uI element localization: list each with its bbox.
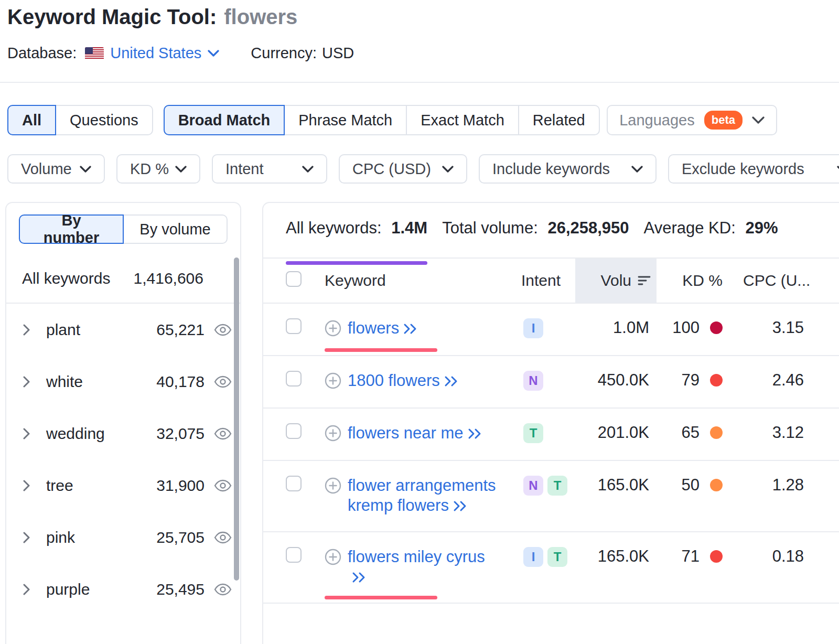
kd-filter[interactable]: KD % (116, 154, 200, 184)
row-checkbox[interactable] (286, 547, 302, 563)
volume-filter-label: Volume (21, 160, 72, 178)
row-checkbox[interactable] (286, 423, 302, 439)
kd-value: 65 (682, 423, 700, 442)
keyword-link[interactable]: flowers near me (348, 424, 464, 442)
keyword-link[interactable]: flowers (348, 319, 399, 337)
sort-descending-icon (638, 275, 651, 286)
eye-icon[interactable] (214, 583, 232, 596)
tab-exact-match[interactable]: Exact Match (406, 105, 519, 135)
kd-value: 71 (682, 547, 700, 566)
cpc-value: 2.46 (730, 356, 839, 407)
sidebar-group-row[interactable]: white 40,178 (6, 356, 240, 407)
row-checkbox[interactable] (286, 318, 302, 334)
tab-broad-match[interactable]: Broad Match (164, 105, 285, 135)
intent-filter[interactable]: Intent (212, 154, 327, 184)
keyword-link[interactable]: flowers miley cyrus (348, 548, 485, 566)
group-label: wedding (46, 425, 156, 443)
tab-questions[interactable]: Questions (55, 105, 153, 135)
chevron-down-icon (752, 116, 765, 124)
tool-title: Keyword Magic Tool: (7, 5, 217, 28)
sidebar-all-keywords-row[interactable]: All keywords 1,416,606 (6, 254, 240, 304)
tab-all[interactable]: All (7, 105, 56, 135)
kd-value: 50 (682, 476, 700, 495)
results-panel: All keywords: 1.4M Total volume: 26,258,… (262, 202, 839, 644)
total-volume-label: Total volume: (442, 219, 538, 237)
double-chevron-icon[interactable] (352, 568, 367, 588)
sidebar-group-row[interactable]: wedding 32,075 (6, 407, 240, 459)
intent-badge-t: T (523, 423, 543, 443)
sidebar-group-row[interactable]: tree 31,900 (6, 459, 240, 511)
database-value: United States (110, 45, 201, 62)
database-selector[interactable]: United States (110, 45, 219, 62)
add-keyword-icon[interactable] (325, 477, 341, 494)
row-checkbox-cell (263, 304, 325, 355)
languages-dropdown[interactable]: Languages beta (607, 105, 777, 135)
filter-row: Volume KD % Intent CPC (USD) Include key… (7, 154, 839, 184)
sidebar-group-list: plant 65,221 white 40,178 wedding 32,075… (6, 304, 240, 615)
chevron-right-icon (23, 324, 36, 336)
intent-badge-i: I (523, 547, 543, 567)
tab-related[interactable]: Related (518, 105, 600, 135)
total-volume-value: 26,258,950 (547, 219, 629, 237)
keyword-link[interactable]: 1800 flowers (348, 371, 440, 390)
content-area: By number By volume All keywords 1,416,6… (0, 202, 839, 644)
sidebar-scrollbar[interactable] (234, 257, 239, 581)
volume-filter[interactable]: Volume (7, 154, 105, 184)
table-row: flowers miley cyrus IT 165.0K 71 0.18 (263, 532, 839, 604)
table-row: flower arrangements kremp flowers NT 165… (263, 461, 839, 532)
chevron-down-icon (442, 166, 454, 173)
chevron-right-icon (23, 480, 36, 491)
header-divider (0, 82, 839, 83)
exclude-keywords-filter[interactable]: Exclude keywords (668, 154, 839, 184)
group-label: white (46, 373, 156, 391)
double-chevron-icon[interactable] (468, 424, 482, 444)
row-checkbox[interactable] (286, 476, 302, 491)
sidebar-group-row[interactable]: pink 25,705 (6, 511, 240, 563)
volume-column-header[interactable]: Volu (575, 259, 657, 303)
eye-icon[interactable] (214, 479, 232, 492)
sidebar-group-row[interactable]: purple 25,495 (6, 563, 240, 615)
add-keyword-icon[interactable] (325, 372, 341, 389)
intent-badges: NT (521, 461, 575, 531)
volume-value: 165.0K (575, 532, 657, 603)
all-questions-group: All Questions (7, 105, 153, 135)
add-keyword-icon[interactable] (325, 320, 341, 337)
eye-icon[interactable] (214, 324, 232, 336)
kd-dot (710, 550, 723, 563)
sidebar-group-row[interactable]: plant 65,221 (6, 304, 240, 356)
keyword-link[interactable]: flower arrangements kremp flowers (348, 476, 496, 514)
double-chevron-icon[interactable] (453, 497, 468, 517)
cpc-value: 1.28 (730, 461, 839, 531)
us-flag-icon (85, 47, 104, 60)
eye-icon[interactable] (214, 427, 232, 440)
row-checkbox[interactable] (286, 371, 302, 387)
keyword-column-header: Keyword (325, 272, 521, 289)
volume-value: 201.0K (575, 409, 657, 460)
include-keywords-label: Include keywords (492, 160, 610, 178)
eye-icon[interactable] (214, 375, 232, 388)
keyword-cell: flower arrangements kremp flowers (325, 461, 521, 531)
eye-icon[interactable] (214, 531, 232, 544)
match-type-row: All Questions Broad Match Phrase Match E… (7, 105, 832, 135)
summary-all-keywords: All keywords: 1.4M (286, 219, 427, 257)
add-keyword-icon[interactable] (325, 425, 341, 442)
kd-cell: 100 (657, 304, 730, 355)
double-chevron-icon[interactable] (403, 319, 418, 339)
include-keywords-filter[interactable]: Include keywords (479, 154, 657, 184)
results-rows: flowers I 1.0M 100 3.15 1800 flowers N 4… (263, 304, 839, 604)
chevron-down-icon (80, 166, 91, 173)
tab-by-volume[interactable]: By volume (123, 214, 228, 244)
select-all-checkbox[interactable] (286, 271, 302, 287)
tab-by-number[interactable]: By number (19, 214, 124, 244)
add-keyword-icon[interactable] (325, 549, 341, 565)
kd-dot (710, 479, 723, 491)
kd-cell: 65 (657, 409, 730, 460)
tab-phrase-match[interactable]: Phrase Match (284, 105, 407, 135)
average-kd-value: 29% (745, 219, 778, 237)
cpc-filter[interactable]: CPC (USD) (339, 154, 467, 184)
intent-badges: N (521, 356, 575, 407)
group-label: purple (46, 581, 156, 598)
keyword-cell: flowers near me (325, 409, 521, 460)
double-chevron-icon[interactable] (444, 372, 459, 392)
intent-badges: IT (521, 532, 575, 603)
